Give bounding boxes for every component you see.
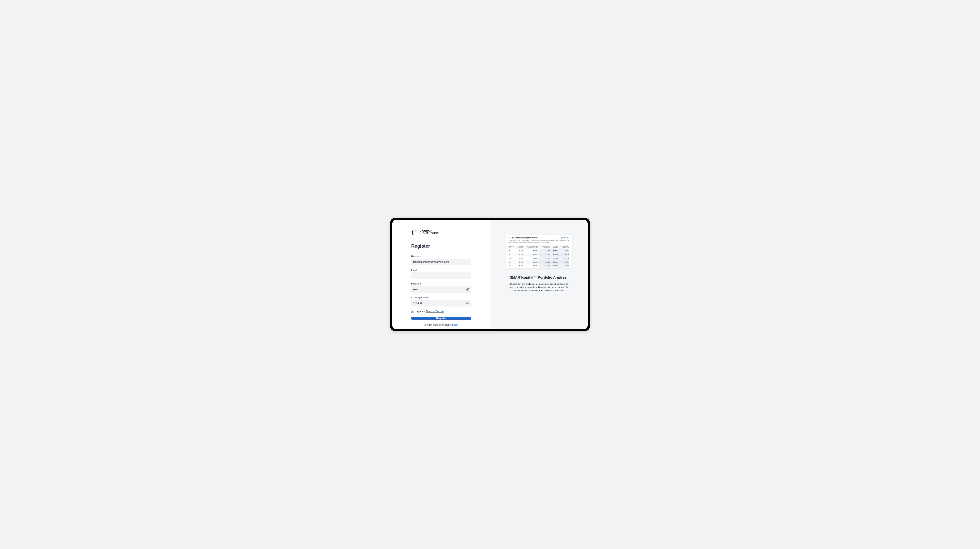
cell-cons: $ 13,600 bbox=[539, 253, 550, 256]
login-prompt: Already have an account? Login bbox=[411, 323, 471, 326]
cell-aggr: $ 63,000 bbox=[559, 264, 569, 267]
username-field: Username bbox=[411, 255, 471, 265]
password-field: Password bbox=[411, 283, 471, 293]
col-base: Base Prediction bbox=[550, 245, 559, 249]
cell-noi: $ 45,024 bbox=[523, 256, 539, 260]
cell-noi: $ 26,000 bbox=[523, 249, 539, 253]
cell-id: 66 bbox=[508, 264, 515, 267]
eye-off-icon[interactable] bbox=[466, 301, 469, 305]
table-row: 2394,631$ 26,000$ 14,800$ 37,000$ 83,250 bbox=[508, 249, 569, 253]
cell-base: $ 31,000 bbox=[550, 260, 559, 264]
preview-subtitle: Trailing results from 120 buildings of s… bbox=[508, 240, 569, 243]
cell-aggr: $ 69,750 bbox=[559, 260, 569, 264]
brand-logo: CARBON LIGHTHOUSE bbox=[411, 229, 471, 235]
terms-row: I agree to Terms of Service bbox=[411, 310, 471, 313]
cell-id: 23 bbox=[508, 249, 515, 253]
password-label: Password bbox=[411, 283, 471, 285]
cell-cons: $ 12,400 bbox=[539, 260, 550, 264]
cell-id: 124 bbox=[508, 256, 515, 260]
svg-line-6 bbox=[413, 232, 418, 232]
email-label: Email bbox=[411, 269, 471, 271]
promo-panel: The 10 closest buildings to this one i M… bbox=[490, 220, 588, 329]
password-input[interactable] bbox=[411, 286, 471, 293]
cell-noi: $ 32,034 bbox=[523, 253, 539, 256]
cell-aggr: $ 83,250 bbox=[559, 249, 569, 253]
preview-table: Building ID # Square Footage Year 1 Incr… bbox=[508, 245, 569, 267]
username-label: Username bbox=[411, 255, 471, 258]
col-sqft: Square Footage bbox=[515, 245, 523, 249]
username-input[interactable] bbox=[411, 259, 471, 265]
terms-link[interactable]: Terms of Service bbox=[426, 310, 444, 313]
col-cons: Conservative Prediction bbox=[539, 245, 550, 249]
svg-line-4 bbox=[413, 230, 418, 231]
col-noi: Year 1 Increased NOI Achieved by Client bbox=[523, 245, 539, 249]
page-title: Register bbox=[411, 243, 471, 249]
col-id: Building ID # bbox=[508, 245, 515, 249]
cell-sqft: 98,531 bbox=[515, 253, 523, 256]
table-row: 1781,490$ 52,498$ 12,400$ 31,000$ 69,750 bbox=[508, 260, 569, 264]
promo-title: SMARTcapital™ Portfolio Analyzer bbox=[510, 275, 568, 280]
cell-aggr: $ 69,750 bbox=[559, 256, 569, 260]
col-aggr: Aggressive Prediction bbox=[559, 245, 569, 249]
table-row: 12488,348$ 45,024$ 12,400$ 31,000$ 69,75… bbox=[508, 256, 569, 260]
svg-rect-1 bbox=[412, 234, 414, 234]
email-field: Email bbox=[411, 269, 471, 279]
svg-point-7 bbox=[468, 289, 468, 290]
cell-base: $ 37,000 bbox=[550, 249, 559, 253]
svg-marker-3 bbox=[412, 231, 413, 231]
cell-base: $ 34,000 bbox=[550, 253, 559, 256]
info-icon: i bbox=[561, 237, 563, 239]
cell-id: 17 bbox=[508, 260, 515, 264]
table-row: 6898,531$ 32,034$ 13,600$ 34,000$ 76,500 bbox=[508, 253, 569, 256]
confirm-password-field: Confirm password bbox=[411, 296, 471, 307]
cell-sqft: 81,490 bbox=[515, 260, 523, 264]
terms-checkbox[interactable] bbox=[411, 310, 414, 313]
cell-sqft: 77,263 bbox=[515, 264, 523, 267]
login-link[interactable]: Login bbox=[452, 323, 458, 326]
tablet-screen: CARBON LIGHTHOUSE Register Username Emai… bbox=[392, 220, 588, 329]
cell-cons: $ 12,400 bbox=[539, 256, 550, 260]
cell-base: $ 31,000 bbox=[550, 256, 559, 260]
preview-title: The 10 closest buildings to this one bbox=[508, 237, 538, 239]
more-info-button[interactable]: i More Info bbox=[561, 237, 570, 239]
eye-icon[interactable] bbox=[466, 288, 469, 291]
promo-text: Et has minim elitr intellegat. Mea aeter… bbox=[508, 282, 570, 292]
cell-sqft: 94,631 bbox=[515, 249, 523, 253]
email-input[interactable] bbox=[411, 272, 471, 279]
table-row: 6677,263$ 36,263$ 11,200$ 28,000$ 63,000 bbox=[508, 264, 569, 267]
svg-rect-0 bbox=[412, 232, 413, 234]
cell-id: 68 bbox=[508, 253, 515, 256]
confirm-password-label: Confirm password bbox=[411, 296, 471, 299]
tablet-frame: CARBON LIGHTHOUSE Register Username Emai… bbox=[390, 218, 590, 331]
cell-sqft: 88,348 bbox=[515, 256, 523, 260]
cell-aggr: $ 76,500 bbox=[559, 253, 569, 256]
preview-card: The 10 closest buildings to this one i M… bbox=[506, 235, 571, 269]
register-button[interactable]: Register bbox=[411, 317, 471, 320]
lighthouse-icon bbox=[411, 229, 418, 234]
cell-cons: $ 14,800 bbox=[539, 249, 550, 253]
cell-base: $ 28,000 bbox=[550, 264, 559, 267]
register-panel: CARBON LIGHTHOUSE Register Username Emai… bbox=[392, 220, 490, 329]
terms-text: I agree to Terms of Service bbox=[415, 310, 444, 313]
confirm-password-input[interactable] bbox=[411, 300, 471, 307]
brand-text: CARBON LIGHTHOUSE bbox=[420, 229, 439, 235]
brand-line2: LIGHTHOUSE bbox=[420, 232, 439, 234]
cell-noi: $ 36,263 bbox=[523, 264, 539, 267]
cell-cons: $ 11,200 bbox=[539, 264, 550, 267]
cell-noi: $ 52,498 bbox=[523, 260, 539, 264]
svg-rect-2 bbox=[412, 231, 413, 232]
